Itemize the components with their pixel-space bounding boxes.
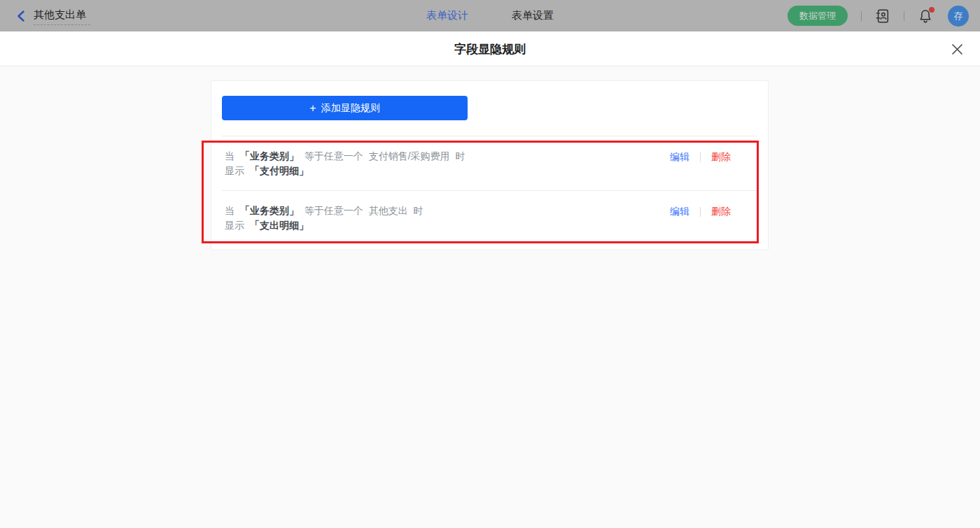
condition-operator: 等于任意一个 xyxy=(304,205,363,216)
tab-form-design[interactable]: 表单设计 xyxy=(426,9,468,22)
notification-bell-icon[interactable] xyxy=(918,8,933,24)
add-rule-button-label: 添加显隐规则 xyxy=(321,102,380,115)
when-suffix: 时 xyxy=(414,205,424,216)
condition-operator: 等于任意一个 xyxy=(304,150,363,162)
divider xyxy=(904,11,904,21)
topbar: 其他支出单 表单设计 表单设置 数据管理 xyxy=(0,0,980,31)
when-suffix: 时 xyxy=(455,150,465,162)
modal-header: 字段显隐规则 xyxy=(0,31,980,66)
rule-row-2: 当 「业务类别」 等于任意一个 其他支出 时 显示 「支出明细」 编辑 删除 xyxy=(222,190,757,245)
delete-link[interactable]: 删除 xyxy=(711,150,731,164)
modal-title: 字段显隐规则 xyxy=(0,31,980,66)
user-avatar[interactable]: 存 xyxy=(948,6,969,27)
modal-body: + 添加显隐规则 当 「业务类别」 等于任意一个 支付销售/采购费用 时 显示 xyxy=(0,66,980,528)
condition-value: 支付销售/采购费用 xyxy=(369,150,450,162)
form-title[interactable]: 其他支出单 xyxy=(34,7,90,25)
topbar-right: 数据管理 存 xyxy=(788,6,969,27)
rule-actions: 编辑 删除 xyxy=(670,204,731,219)
rule-actions: 编辑 删除 xyxy=(670,150,731,164)
data-manage-button[interactable]: 数据管理 xyxy=(788,6,848,26)
rule-text: 当 「业务类别」 等于任意一个 支付销售/采购费用 时 显示 「支付明细」 xyxy=(225,149,670,178)
when-prefix: 当 xyxy=(225,205,234,216)
condition-field: 「业务类别」 xyxy=(240,205,299,216)
topbar-tabs: 表单设计 表单设置 xyxy=(426,0,554,31)
back-button[interactable] xyxy=(15,10,28,22)
close-button[interactable] xyxy=(951,43,963,55)
action-verb: 显示 xyxy=(225,220,244,231)
rule-condition: 当 「业务类别」 等于任意一个 其他支出 时 xyxy=(225,204,670,218)
condition-field: 「业务类别」 xyxy=(240,150,299,162)
close-icon xyxy=(951,43,963,55)
action-target: 「支出明细」 xyxy=(250,220,309,231)
rule-condition: 当 「业务类别」 等于任意一个 支付销售/采购费用 时 xyxy=(225,149,670,164)
condition-value: 其他支出 xyxy=(369,205,408,216)
rule-action: 显示 「支付明细」 xyxy=(225,164,670,178)
notification-dot xyxy=(929,7,934,13)
divider xyxy=(861,11,862,21)
action-target: 「支付明细」 xyxy=(250,165,309,176)
plus-icon: + xyxy=(309,103,316,114)
when-prefix: 当 xyxy=(225,150,234,162)
address-book-icon xyxy=(875,8,890,24)
edit-link[interactable]: 编辑 xyxy=(670,204,690,219)
screen: 其他支出单 表单设计 表单设置 数据管理 xyxy=(0,0,980,528)
divider xyxy=(700,207,701,217)
divider xyxy=(700,152,701,162)
rule-text: 当 「业务类别」 等于任意一个 其他支出 时 显示 「支出明细」 xyxy=(225,204,670,233)
rule-action: 显示 「支出明细」 xyxy=(225,218,670,233)
contacts-icon[interactable] xyxy=(875,8,890,24)
add-rule-button[interactable]: + 添加显隐规则 xyxy=(222,96,468,120)
topbar-left: 其他支出单 xyxy=(15,7,90,25)
delete-link[interactable]: 删除 xyxy=(711,204,731,219)
tab-form-settings[interactable]: 表单设置 xyxy=(512,9,554,22)
edit-link[interactable]: 编辑 xyxy=(670,150,690,164)
rules-card: + 添加显隐规则 当 「业务类别」 等于任意一个 支付销售/采购费用 时 显示 xyxy=(211,80,769,250)
rule-row-1: 当 「业务类别」 等于任意一个 支付销售/采购费用 时 显示 「支付明细」 编辑… xyxy=(211,136,768,190)
chevron-left-icon xyxy=(15,10,28,22)
action-verb: 显示 xyxy=(225,165,244,176)
